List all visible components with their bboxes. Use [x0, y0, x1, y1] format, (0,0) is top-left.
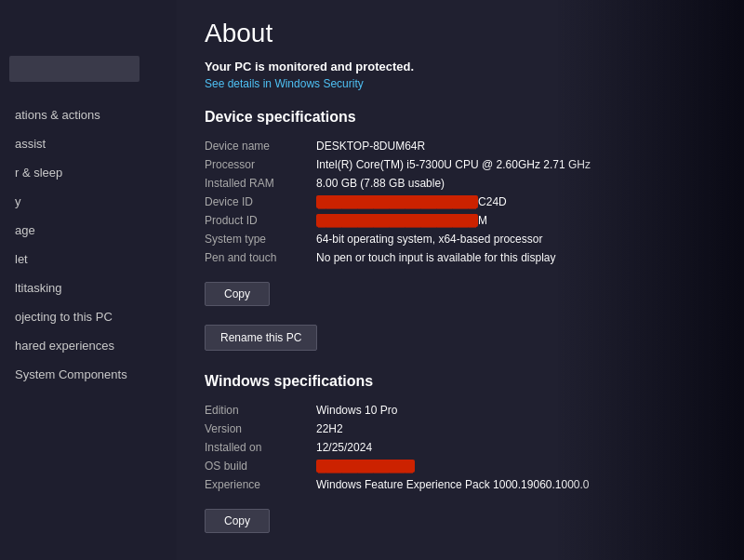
- sidebar-item-storage[interactable]: age: [0, 216, 177, 245]
- redacted-os-build: ████████████: [316, 460, 415, 473]
- table-row: Device name DESKTOP-8DUM64R: [205, 137, 716, 155]
- sidebar-item-assist[interactable]: assist: [0, 129, 177, 158]
- redacted-device-id: ████████████████████: [316, 195, 478, 208]
- sidebar-item-multitasking[interactable]: ltitasking: [0, 273, 177, 302]
- sidebar-item-tablet[interactable]: let: [0, 245, 177, 273]
- spec-value-experience: Windows Feature Experience Pack 1000.190…: [316, 478, 716, 491]
- table-row: Device ID ████████████████████C24D: [205, 193, 716, 211]
- spec-label-system-type: System type: [205, 233, 316, 246]
- spec-value-system-type: 64-bit operating system, x64-based proce…: [316, 233, 716, 246]
- redacted-product-id: ████████████████████: [316, 214, 478, 227]
- spec-value-device-name: DESKTOP-8DUM64R: [316, 140, 716, 153]
- spec-label-experience: Experience: [205, 478, 316, 491]
- table-row: Edition Windows 10 Pro: [205, 401, 716, 420]
- table-row: Version 22H2: [205, 420, 716, 438]
- windows-specs-title: Windows specifications: [205, 373, 716, 390]
- sidebar-item-notifications[interactable]: ations & actions: [0, 100, 177, 129]
- sidebar-item-system-components[interactable]: System Components: [0, 360, 177, 389]
- page-title: About: [205, 19, 716, 48]
- windows-specs-table: Edition Windows 10 Pro Version 22H2 Inst…: [205, 401, 716, 494]
- sidebar-item-projecting[interactable]: ojecting to this PC: [0, 302, 177, 331]
- rename-pc-button[interactable]: Rename this PC: [205, 325, 317, 351]
- spec-value-processor: Intel(R) Core(TM) i5-7300U CPU @ 2.60GHz…: [316, 158, 716, 171]
- spec-label-device-name: Device name: [205, 140, 316, 153]
- sidebar-item-power[interactable]: r & sleep: [0, 158, 177, 187]
- spec-label-ram: Installed RAM: [205, 177, 316, 190]
- copy-device-specs-button[interactable]: Copy: [205, 282, 270, 306]
- device-specs-title: Device specifications: [205, 109, 716, 126]
- spec-label-pen-touch: Pen and touch: [205, 251, 316, 264]
- sidebar-item-battery[interactable]: y: [0, 187, 177, 216]
- security-link[interactable]: See details in Windows Security: [205, 77, 716, 90]
- device-specs-table: Device name DESKTOP-8DUM64R Processor In…: [205, 137, 716, 267]
- spec-label-device-id: Device ID: [205, 195, 316, 208]
- product-id-suffix: M: [478, 214, 487, 227]
- spec-value-pen-touch: No pen or touch input is available for t…: [316, 251, 716, 264]
- spec-label-installed-on: Installed on: [205, 441, 316, 454]
- security-status: Your PC is monitored and protected.: [205, 60, 716, 73]
- spec-value-product-id: ████████████████████M: [316, 214, 716, 227]
- spec-value-ram: 8.00 GB (7.88 GB usable): [316, 177, 716, 190]
- spec-value-installed-on: 12/25/2024: [316, 441, 716, 454]
- table-row: Experience Windows Feature Experience Pa…: [205, 475, 716, 494]
- sidebar-item-shared[interactable]: hared experiences: [0, 331, 177, 360]
- table-row: Processor Intel(R) Core(TM) i5-7300U CPU…: [205, 155, 716, 174]
- table-row: OS build ████████████: [205, 457, 716, 475]
- spec-label-os-build: OS build: [205, 460, 316, 473]
- spec-value-edition: Windows 10 Pro: [316, 404, 716, 417]
- copy-windows-specs-button[interactable]: Copy: [205, 509, 270, 533]
- spec-label-processor: Processor: [205, 158, 316, 171]
- spec-value-version: 22H2: [316, 422, 716, 435]
- spec-value-os-build: ████████████: [316, 460, 716, 473]
- spec-value-device-id: ████████████████████C24D: [316, 195, 716, 208]
- main-content: About Your PC is monitored and protected…: [177, 0, 744, 560]
- spec-label-product-id: Product ID: [205, 214, 316, 227]
- sidebar-search[interactable]: [9, 56, 140, 82]
- table-row: Installed RAM 8.00 GB (7.88 GB usable): [205, 174, 716, 193]
- spec-label-edition: Edition: [205, 404, 316, 417]
- sidebar: ations & actions assist r & sleep y age …: [0, 0, 177, 560]
- table-row: Pen and touch No pen or touch input is a…: [205, 248, 716, 267]
- device-id-suffix: C24D: [478, 195, 507, 208]
- table-row: System type 64-bit operating system, x64…: [205, 230, 716, 248]
- spec-label-version: Version: [205, 422, 316, 435]
- table-row: Installed on 12/25/2024: [205, 438, 716, 457]
- table-row: Product ID ████████████████████M: [205, 211, 716, 230]
